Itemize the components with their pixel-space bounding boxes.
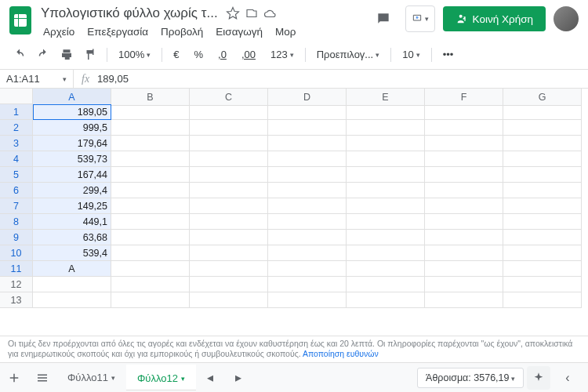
- cell-C3[interactable]: [190, 136, 268, 151]
- currency-button[interactable]: €: [169, 46, 186, 63]
- cell-E8[interactable]: [347, 214, 425, 230]
- cell-B7[interactable]: [111, 198, 190, 214]
- col-header-B[interactable]: B: [111, 89, 190, 106]
- cell-G2[interactable]: [503, 120, 582, 136]
- row-header-7[interactable]: 7: [0, 198, 33, 214]
- cell-A1[interactable]: 189,05: [33, 104, 111, 120]
- cell-D1[interactable]: [268, 104, 347, 120]
- cell-G12[interactable]: [503, 277, 582, 292]
- cell-E11[interactable]: [347, 261, 425, 277]
- cell-F13[interactable]: [425, 292, 503, 308]
- col-header-F[interactable]: F: [425, 89, 503, 106]
- cell-E1[interactable]: [347, 104, 425, 120]
- cell-A9[interactable]: 63,68: [33, 230, 111, 245]
- cell-C1[interactable]: [190, 104, 268, 120]
- cell-C9[interactable]: [190, 230, 268, 245]
- zoom-select[interactable]: 100%: [114, 46, 155, 63]
- cell-E3[interactable]: [347, 136, 425, 151]
- formula-input[interactable]: [97, 73, 588, 85]
- numfmt-select[interactable]: 123: [266, 46, 299, 63]
- row-header-10[interactable]: 10: [0, 245, 33, 261]
- cell-C13[interactable]: [190, 292, 268, 308]
- col-header-E[interactable]: E: [347, 89, 425, 106]
- cell-F3[interactable]: [425, 136, 503, 151]
- cell-C4[interactable]: [190, 151, 268, 167]
- cell-B11[interactable]: [111, 261, 190, 277]
- cell-A10[interactable]: 539,4: [33, 245, 111, 261]
- font-size[interactable]: 10: [397, 46, 424, 63]
- dec-decrease[interactable]: ,0: [213, 46, 234, 63]
- explore-button[interactable]: [527, 366, 550, 390]
- cell-A5[interactable]: 167,44: [33, 167, 111, 183]
- disclaimer-link[interactable]: Αποποίηση ευθυνών: [303, 349, 379, 358]
- cell-A3[interactable]: 179,64: [33, 136, 111, 151]
- cell-E5[interactable]: [347, 167, 425, 183]
- cell-G7[interactable]: [503, 198, 582, 214]
- row-header-11[interactable]: 11: [0, 261, 33, 277]
- comments-icon[interactable]: [369, 5, 397, 33]
- cell-G11[interactable]: [503, 261, 582, 277]
- cell-B8[interactable]: [111, 214, 190, 230]
- col-header-G[interactable]: G: [503, 89, 582, 106]
- row-header-1[interactable]: 1: [0, 104, 33, 120]
- cell-C6[interactable]: [190, 183, 268, 198]
- cell-A6[interactable]: 299,4: [33, 183, 111, 198]
- menu-insert[interactable]: Εισαγωγή: [210, 24, 268, 40]
- cell-D5[interactable]: [268, 167, 347, 183]
- menu-edit[interactable]: Επεξεργασία: [82, 24, 154, 40]
- cell-E10[interactable]: [347, 245, 425, 261]
- cell-B6[interactable]: [111, 183, 190, 198]
- add-sheet-button[interactable]: [0, 364, 28, 392]
- cell-D3[interactable]: [268, 136, 347, 151]
- all-sheets-button[interactable]: [28, 364, 56, 392]
- scroll-left-icon[interactable]: ◂: [196, 364, 224, 392]
- cell-F10[interactable]: [425, 245, 503, 261]
- cell-D9[interactable]: [268, 230, 347, 245]
- cell-B9[interactable]: [111, 230, 190, 245]
- avatar[interactable]: [554, 6, 579, 31]
- cell-F2[interactable]: [425, 120, 503, 136]
- side-panel-toggle[interactable]: ‹: [554, 364, 582, 392]
- cell-C11[interactable]: [190, 261, 268, 277]
- cell-F12[interactable]: [425, 277, 503, 292]
- sheet-tab-active[interactable]: Φύλλο12: [126, 365, 196, 390]
- cell-A11[interactable]: A: [33, 261, 111, 277]
- star-icon[interactable]: [226, 6, 240, 20]
- font-select[interactable]: Προεπιλογ...: [312, 46, 385, 63]
- paint-icon[interactable]: [80, 45, 100, 65]
- cell-B13[interactable]: [111, 292, 190, 308]
- cell-B1[interactable]: [111, 104, 190, 120]
- cell-A2[interactable]: 999,5: [33, 120, 111, 136]
- cell-E6[interactable]: [347, 183, 425, 198]
- redo-icon[interactable]: [33, 45, 53, 65]
- cell-F11[interactable]: [425, 261, 503, 277]
- cell-A13[interactable]: [33, 292, 111, 308]
- cell-C12[interactable]: [190, 277, 268, 292]
- cell-F5[interactable]: [425, 167, 503, 183]
- scroll-right-icon[interactable]: ▸: [224, 364, 252, 392]
- print-icon[interactable]: [56, 45, 77, 65]
- col-header-C[interactable]: C: [190, 89, 268, 106]
- cell-G9[interactable]: [503, 230, 582, 245]
- cell-C2[interactable]: [190, 120, 268, 136]
- cell-A7[interactable]: 149,25: [33, 198, 111, 214]
- dec-increase[interactable]: ,00: [237, 46, 263, 63]
- doc-title[interactable]: Υπολογιστικό φύλλο χωρίς τ...: [38, 5, 221, 22]
- move-icon[interactable]: [245, 6, 259, 20]
- row-header-6[interactable]: 6: [0, 183, 33, 198]
- cell-F7[interactable]: [425, 198, 503, 214]
- cell-A4[interactable]: 539,73: [33, 151, 111, 167]
- menu-format[interactable]: Μορ: [270, 24, 301, 40]
- share-button[interactable]: Κοινή Χρήση: [443, 6, 546, 31]
- cell-F6[interactable]: [425, 183, 503, 198]
- cell-D12[interactable]: [268, 277, 347, 292]
- row-header-12[interactable]: 12: [0, 277, 33, 292]
- cell-D2[interactable]: [268, 120, 347, 136]
- cell-B3[interactable]: [111, 136, 190, 151]
- cell-C7[interactable]: [190, 198, 268, 214]
- cell-E12[interactable]: [347, 277, 425, 292]
- cell-E4[interactable]: [347, 151, 425, 167]
- cell-B5[interactable]: [111, 167, 190, 183]
- more-toolbar[interactable]: •••: [438, 46, 461, 63]
- cell-E2[interactable]: [347, 120, 425, 136]
